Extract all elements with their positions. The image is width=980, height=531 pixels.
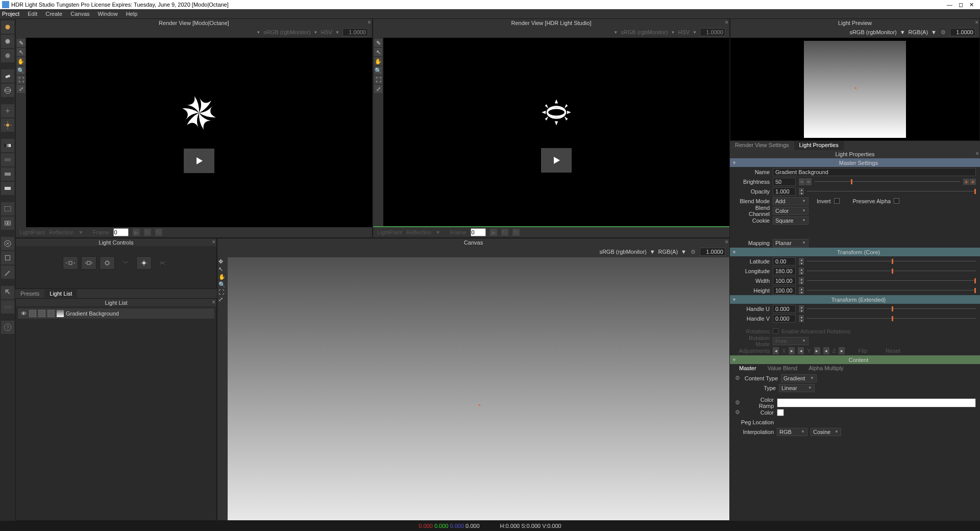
tab-master[interactable]: Master xyxy=(734,364,762,373)
tool-brush2[interactable] xyxy=(1,35,14,48)
name-input[interactable] xyxy=(773,168,976,176)
pointer-icon[interactable]: ↖ xyxy=(218,266,227,273)
menu-create[interactable]: Create xyxy=(45,11,62,17)
brightness-input[interactable] xyxy=(773,178,796,186)
tab-light-list[interactable]: Light List xyxy=(44,289,77,298)
play-button[interactable] xyxy=(541,148,572,173)
spinner-down[interactable]: ▾ xyxy=(799,281,804,284)
tool-pen[interactable] xyxy=(1,266,14,279)
colorspace-label[interactable]: sRGB (rgbMonitor) xyxy=(849,29,896,35)
step-down2[interactable]: − xyxy=(805,178,812,185)
spinner-down[interactable]: ▾ xyxy=(799,291,804,294)
tab-render-view-settings[interactable]: Render View Settings xyxy=(730,141,794,150)
zoom-icon[interactable]: 🔍 xyxy=(17,66,25,75)
dropdown-icon[interactable]: ▼ xyxy=(931,29,937,35)
type-dropdown[interactable]: Linear▼ xyxy=(779,384,815,392)
dropdown-icon[interactable]: ▼ xyxy=(900,29,905,35)
brush-icon[interactable]: ✎ xyxy=(17,39,25,47)
longitude-input[interactable] xyxy=(773,267,796,275)
minimize-icon[interactable]: — xyxy=(947,2,952,8)
section-content[interactable]: ▼Content xyxy=(730,355,980,364)
close-icon[interactable]: × xyxy=(368,19,371,26)
preserve-checkbox[interactable] xyxy=(894,198,899,204)
tool-gradient3[interactable] xyxy=(1,167,14,181)
menu-window[interactable]: Window xyxy=(98,11,118,17)
spinner-down[interactable]: ▾ xyxy=(799,271,804,275)
tool-gradient1[interactable] xyxy=(1,139,14,152)
close-icon[interactable]: × xyxy=(975,19,978,26)
tool-sphere[interactable] xyxy=(1,84,14,97)
gear-icon[interactable]: ⚙ xyxy=(734,399,741,406)
fit-icon[interactable]: ⛶ xyxy=(17,76,25,84)
width-slider[interactable] xyxy=(807,278,976,284)
exposure-input[interactable] xyxy=(950,28,975,36)
interp1-dropdown[interactable]: RGB▼ xyxy=(777,428,807,436)
longitude-slider[interactable] xyxy=(807,268,976,274)
close-icon[interactable]: × xyxy=(975,150,979,157)
colorspace-label[interactable]: sRGB (rgbMonitor) xyxy=(599,249,646,255)
spinner-down[interactable]: ▾ xyxy=(799,309,804,312)
exposure-input[interactable] xyxy=(700,28,725,36)
latitude-slider[interactable] xyxy=(807,258,976,264)
tool-gradient4[interactable] xyxy=(1,182,14,195)
dropdown-icon[interactable]: ▼ xyxy=(335,30,339,35)
interp2-dropdown[interactable]: Cosine▼ xyxy=(811,428,841,436)
tool-atom[interactable] xyxy=(1,216,14,230)
hand-icon[interactable]: ✋ xyxy=(17,57,25,65)
tool-arrow[interactable] xyxy=(1,286,14,299)
lc-btn-4[interactable] xyxy=(118,256,133,270)
lc-btn-5[interactable] xyxy=(136,256,152,270)
tool-gradient2[interactable] xyxy=(1,153,14,166)
gear-icon[interactable]: ⚙ xyxy=(690,248,697,255)
mapping-dropdown[interactable]: Planar▼ xyxy=(773,239,808,247)
maximize-icon[interactable]: ◻ xyxy=(959,2,963,8)
tool-eraser[interactable] xyxy=(1,69,14,83)
dropdown-icon[interactable]: ▼ xyxy=(681,249,687,255)
expand-icon[interactable]: ⤢ xyxy=(374,85,382,93)
mode-label[interactable]: RGB(A) xyxy=(909,29,928,35)
close-icon[interactable]: × xyxy=(212,299,215,306)
flip-label[interactable]: Flip xyxy=(858,348,867,354)
y-up[interactable]: ▸ xyxy=(814,347,820,354)
width-input[interactable] xyxy=(773,277,796,285)
colorspace-label[interactable]: sRGB (rgbMonitor) xyxy=(263,29,310,35)
tool-hdr-badge[interactable]: HDR xyxy=(1,300,14,313)
spinner-up[interactable]: ▴ xyxy=(799,268,804,271)
render-viewport[interactable] xyxy=(383,38,729,226)
tab-presets[interactable]: Presets xyxy=(15,289,44,298)
tool-sparkle[interactable] xyxy=(1,104,14,117)
y-down[interactable]: ◂ xyxy=(798,347,804,354)
render-viewport[interactable] xyxy=(26,38,372,227)
exposure-input[interactable] xyxy=(342,28,368,36)
spinner-up[interactable]: ▴ xyxy=(799,188,804,191)
invert-checkbox[interactable] xyxy=(834,198,840,204)
zoom-icon[interactable]: 🔍 xyxy=(374,66,382,75)
lock-box[interactable] xyxy=(47,310,55,317)
dropdown-icon[interactable]: ▼ xyxy=(435,229,441,235)
section-transform-core[interactable]: ▼Transform (Core) xyxy=(730,248,980,256)
exposure-input[interactable] xyxy=(700,248,725,256)
handleu-slider[interactable] xyxy=(807,306,976,312)
dropdown-icon[interactable]: ▼ xyxy=(650,249,655,255)
dropdown-icon[interactable]: ▼ xyxy=(693,30,697,35)
light-preview-viewport[interactable] xyxy=(730,38,979,140)
handlev-input[interactable] xyxy=(773,315,796,323)
menu-canvas[interactable]: Canvas xyxy=(70,11,89,17)
dropdown-icon[interactable]: ▼ xyxy=(256,30,260,35)
dropdown-icon[interactable]: ▼ xyxy=(314,30,318,35)
tab-value-blend[interactable]: Value Blend xyxy=(763,364,803,373)
height-input[interactable] xyxy=(773,286,796,295)
close-icon[interactable]: × xyxy=(212,238,215,246)
expand-icon[interactable]: ⤢ xyxy=(218,296,227,303)
latitude-input[interactable] xyxy=(773,257,796,266)
move-icon[interactable]: ✥ xyxy=(218,258,227,265)
opacity-slider[interactable] xyxy=(807,188,976,195)
refresh-icon[interactable]: ↻ xyxy=(501,229,508,236)
zoom-icon[interactable]: 🔍 xyxy=(218,281,227,288)
plus-icon[interactable]: + xyxy=(970,179,976,185)
step-down[interactable]: − xyxy=(799,178,805,185)
spinner-down[interactable]: ▾ xyxy=(799,319,804,322)
blendmode-dropdown[interactable]: Add▼ xyxy=(773,197,808,205)
play-icon[interactable]: ▶ xyxy=(490,229,497,236)
colorspace-label[interactable]: sRGB (rgbMonitor) xyxy=(621,29,668,35)
